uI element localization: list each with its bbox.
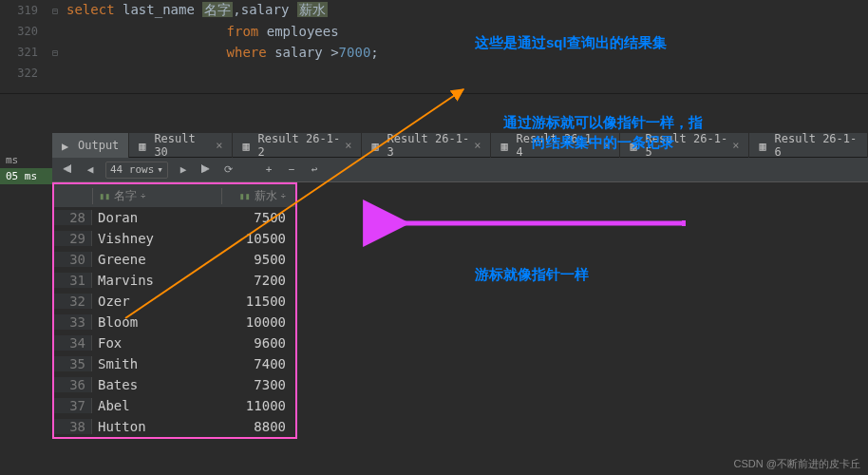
tab-result-30[interactable]: ▦Result 30×: [129, 133, 233, 158]
table-row[interactable]: 28Doran7500: [54, 207, 295, 228]
cell-salary[interactable]: 9600: [221, 335, 295, 351]
row-index: 28: [54, 210, 92, 225]
prev-page-icon[interactable]: ◀: [83, 162, 98, 178]
timing-strip: ms 05 ms: [0, 152, 52, 184]
row-index: 38: [54, 419, 92, 434]
tab-result-26-1-2[interactable]: ▦Result 26-1-2×: [233, 133, 362, 158]
column-salary[interactable]: ▮▮薪水÷: [221, 188, 295, 204]
row-index: 29: [54, 231, 92, 246]
cell-salary[interactable]: 11000: [221, 398, 295, 413]
delete-row-icon[interactable]: −: [284, 162, 299, 178]
cell-name[interactable]: Fox: [92, 335, 221, 351]
play-icon: ▶: [62, 140, 73, 151]
grid-icon: ▦: [759, 140, 769, 151]
cell-name[interactable]: Ozer: [92, 294, 221, 309]
cell-name[interactable]: Abel: [92, 398, 221, 413]
cell-salary[interactable]: 7400: [221, 356, 295, 371]
table-header: ▮▮名字÷ ▮▮薪水÷: [54, 184, 295, 207]
rows-dropdown[interactable]: 44 rows▾: [105, 162, 168, 179]
refresh-icon[interactable]: ⟳: [221, 162, 236, 178]
timing-value: 05 ms: [0, 168, 52, 184]
gutter-line-320: 320: [0, 25, 52, 38]
column-name[interactable]: ▮▮名字÷: [92, 188, 221, 204]
gutter-line-322: 322: [0, 66, 52, 80]
code-line-3[interactable]: where salary >7000;: [66, 45, 379, 60]
row-index: 34: [54, 335, 92, 351]
cell-name[interactable]: Vishney: [92, 231, 221, 246]
sort-icon[interactable]: ÷: [141, 191, 145, 200]
cell-name[interactable]: Hutton: [92, 419, 221, 434]
chevron-down-icon: ▾: [157, 163, 163, 176]
close-icon[interactable]: ×: [474, 139, 481, 152]
last-page-icon[interactable]: ⯈: [198, 162, 214, 178]
grid-icon: ▦: [371, 140, 382, 151]
tab-result-26-1-3[interactable]: ▦Result 26-1-3×: [362, 133, 491, 158]
cell-salary[interactable]: 9500: [221, 252, 295, 267]
first-page-icon[interactable]: ⯇: [60, 162, 75, 178]
result-tab-bar: ▶Output ▦Result 30× ▦Result 26-1-2× ▦Res…: [52, 133, 868, 158]
table-row[interactable]: 32Ozer11500: [54, 291, 295, 312]
cell-name[interactable]: Marvins: [92, 273, 221, 288]
fold-end-icon[interactable]: ⊟: [52, 48, 66, 58]
table-row[interactable]: 30Greene9500: [54, 249, 295, 270]
grid-icon: ▦: [242, 140, 253, 151]
row-index: 37: [54, 398, 92, 413]
gutter-line-319: 319: [0, 4, 52, 17]
result-table[interactable]: ▮▮名字÷ ▮▮薪水÷ 28Doran750029Vishney1050030G…: [52, 182, 297, 439]
cell-salary[interactable]: 7300: [221, 377, 295, 392]
annotation-1: 这些是通过sql查询出的结果集: [475, 32, 667, 52]
cell-name[interactable]: Bloom: [92, 314, 221, 330]
table-row[interactable]: 33Bloom10000: [54, 312, 295, 332]
grid-icon: ▦: [139, 140, 149, 151]
cell-salary[interactable]: 8800: [221, 419, 295, 434]
table-row[interactable]: 31Marvins7200: [54, 270, 295, 291]
fold-icon[interactable]: ⊟: [52, 6, 66, 16]
cell-salary[interactable]: 10000: [221, 314, 295, 330]
sort-icon[interactable]: ÷: [281, 191, 286, 200]
column-icon: ▮▮: [239, 191, 251, 201]
table-row[interactable]: 34Fox9600: [54, 332, 295, 353]
cell-name[interactable]: Smith: [92, 356, 221, 371]
table-row[interactable]: 36Bates7300: [54, 374, 295, 395]
cell-salary[interactable]: 10500: [221, 231, 295, 246]
cell-name[interactable]: Doran: [92, 210, 221, 225]
add-row-icon[interactable]: +: [261, 162, 276, 178]
cell-name[interactable]: Bates: [92, 377, 221, 392]
table-row[interactable]: 35Smith7400: [54, 353, 295, 374]
close-icon[interactable]: ×: [732, 139, 739, 152]
row-index: 32: [54, 294, 92, 309]
cell-salary[interactable]: 7500: [221, 210, 295, 225]
code-line-1[interactable]: select last_name 名字,salary 薪水: [66, 2, 328, 19]
gutter-line-321: 321: [0, 46, 52, 59]
close-icon[interactable]: ×: [216, 139, 222, 152]
code-editor[interactable]: 319 ⊟ select last_name 名字,salary 薪水 320 …: [0, 0, 868, 84]
table-row[interactable]: 38Hutton8800: [54, 416, 295, 437]
row-index: 33: [54, 314, 92, 330]
revert-icon[interactable]: ↩: [307, 162, 322, 178]
row-index: 31: [54, 273, 92, 288]
next-page-icon[interactable]: ▶: [176, 162, 191, 178]
timing-unit: ms: [0, 152, 52, 168]
result-toolbar: ⯇ ◀ 44 rows▾ ▶ ⯈ ⟳ + − ↩: [52, 158, 868, 182]
row-index: 30: [54, 252, 92, 267]
row-index: 36: [54, 377, 92, 392]
cell-salary[interactable]: 7200: [221, 273, 295, 288]
annotation-2: 通过游标就可以像指针一样，指向结果集中的一条记录: [503, 112, 703, 152]
panel-divider[interactable]: [0, 93, 868, 94]
watermark: CSDN @不断前进的皮卡丘: [734, 457, 860, 471]
annotation-3: 游标就像指针一样: [475, 264, 589, 284]
row-index: 35: [54, 356, 92, 371]
code-line-2[interactable]: from employees: [66, 24, 339, 39]
column-icon: ▮▮: [99, 191, 110, 201]
tab-output[interactable]: ▶Output: [52, 133, 129, 158]
cell-salary[interactable]: 11500: [221, 294, 295, 309]
close-icon[interactable]: ×: [345, 139, 351, 152]
cell-name[interactable]: Greene: [92, 252, 221, 267]
table-row[interactable]: 29Vishney10500: [54, 228, 295, 249]
table-row[interactable]: 37Abel11000: [54, 395, 295, 416]
tab-result-26-1-6[interactable]: ▦Result 26-1-6: [749, 133, 868, 158]
